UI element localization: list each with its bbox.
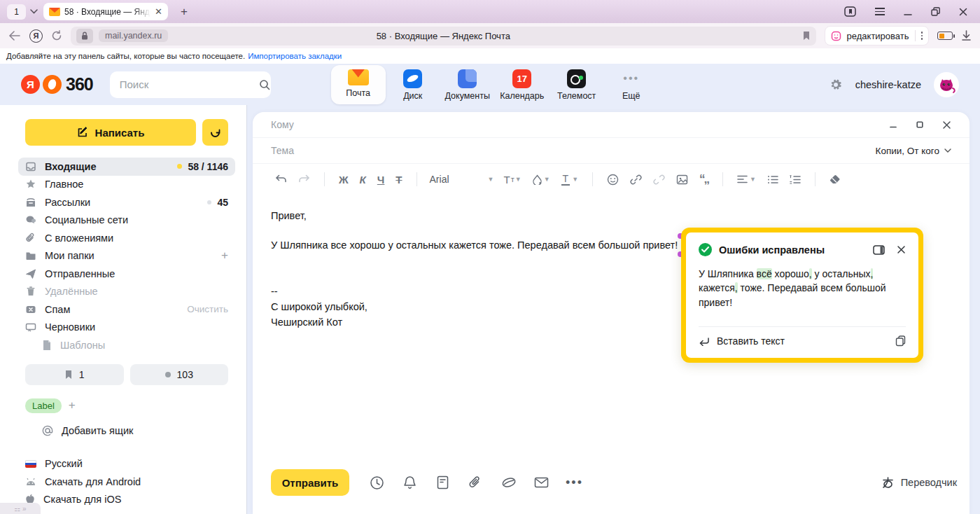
- notes-icon[interactable]: [426, 475, 459, 489]
- dock-item-telemost[interactable]: Телемост: [550, 65, 604, 104]
- light-version-link[interactable]: Лёгкая версия: [25, 508, 228, 514]
- window-close-icon[interactable]: [959, 8, 967, 16]
- compose-close-icon[interactable]: [942, 120, 951, 130]
- bullet-list-icon[interactable]: [762, 175, 784, 184]
- notify-bell-icon[interactable]: [393, 475, 426, 490]
- compose-button[interactable]: Написать: [25, 119, 196, 146]
- download-android-link[interactable]: Скачать для Android: [25, 473, 228, 491]
- insert-text-button[interactable]: Вставить текст: [699, 326, 906, 355]
- undo-icon[interactable]: [270, 174, 293, 184]
- translator-button[interactable]: Переводчик: [881, 476, 957, 489]
- yandex360-logo[interactable]: Я 360: [21, 74, 93, 95]
- refresh-mail-button[interactable]: [202, 119, 228, 146]
- sidebar-item-sent[interactable]: Отправленные: [18, 265, 235, 283]
- sidebar-item-attachments[interactable]: С вложениями: [18, 229, 235, 247]
- dock-item-more[interactable]: ••• Ещё: [604, 65, 659, 104]
- sidebar-item-templates[interactable]: Шаблоны: [18, 336, 235, 354]
- emoji-icon[interactable]: [601, 174, 624, 186]
- highlight-color-icon[interactable]: ▼: [527, 174, 556, 185]
- add-folder-icon[interactable]: +: [221, 249, 228, 263]
- bold-icon[interactable]: Ж: [333, 174, 354, 186]
- sidebar-item-priority[interactable]: Главное: [18, 176, 235, 194]
- search-box[interactable]: [110, 71, 271, 98]
- insert-image-icon[interactable]: [671, 174, 694, 185]
- to-field[interactable]: Кому: [271, 119, 294, 130]
- search-icon[interactable]: [259, 79, 270, 90]
- edit-bookmarks-button[interactable]: редактировать: [825, 26, 929, 46]
- window-restore-icon[interactable]: [931, 7, 940, 16]
- back-icon[interactable]: [8, 31, 21, 41]
- new-tab-button[interactable]: +: [176, 4, 192, 20]
- sidebar-item-inbox[interactable]: Входящие 58 / 1146: [18, 158, 235, 176]
- add-mailbox-button[interactable]: Добавить ящик: [25, 425, 228, 436]
- numbered-list-icon[interactable]: [784, 175, 806, 184]
- subject-field[interactable]: Тема: [271, 145, 294, 156]
- label-tag[interactable]: Label: [25, 398, 62, 413]
- attach-from-disk-icon[interactable]: [492, 476, 525, 489]
- dock-item-mail[interactable]: Почта: [331, 65, 386, 104]
- more-actions-icon[interactable]: •••: [558, 475, 591, 490]
- italic-icon[interactable]: К: [354, 174, 372, 186]
- to-field-row[interactable]: Кому: [253, 112, 969, 138]
- copy-icon[interactable]: [895, 335, 906, 347]
- avatar[interactable]: [934, 72, 959, 97]
- download-icon[interactable]: [961, 30, 972, 41]
- sidebar-item-deleted[interactable]: Удалённые: [18, 283, 235, 301]
- eraser-icon[interactable]: [824, 174, 846, 184]
- redo-icon[interactable]: [293, 174, 316, 184]
- settings-gear-icon[interactable]: [829, 78, 843, 92]
- clear-spam-action[interactable]: Очистить: [187, 304, 228, 314]
- font-family-select[interactable]: Arial ▼: [426, 174, 498, 185]
- text-color-icon[interactable]: Т▼: [556, 173, 584, 186]
- more-options-icon[interactable]: [921, 32, 923, 40]
- sidebar-item-drafts[interactable]: Черновики: [18, 319, 235, 337]
- send-button[interactable]: Отправить: [271, 469, 349, 496]
- quote-icon[interactable]: “„: [694, 172, 714, 186]
- dock-item-disk[interactable]: Диск: [386, 65, 440, 104]
- dock-item-calendar[interactable]: 17 Календарь: [495, 65, 550, 104]
- search-input[interactable]: [120, 78, 259, 90]
- popup-close-icon[interactable]: [897, 245, 906, 254]
- strikethrough-icon[interactable]: Т: [390, 174, 407, 186]
- browser-tab[interactable]: 58 · Входящие — Янде ✕: [43, 3, 168, 20]
- language-selector[interactable]: Русский: [25, 455, 228, 473]
- refresh-icon[interactable]: [51, 30, 62, 41]
- tab-counter[interactable]: 1: [7, 4, 26, 20]
- sidebar-item-social[interactable]: Социальные сети: [18, 211, 235, 230]
- attach-from-mail-icon[interactable]: [525, 477, 558, 488]
- bookmarked-filter-pill[interactable]: 1: [25, 364, 124, 385]
- yandex360-header: Я 360 Почта Диск Документы 17 Календарь …: [0, 64, 980, 105]
- sidebar-item-newsletters[interactable]: Рассылки 45: [18, 193, 235, 211]
- subject-field-row[interactable]: Тема Копии, От кого: [253, 138, 969, 164]
- window-minimize-icon[interactable]: [904, 8, 912, 16]
- popup-panel-icon[interactable]: [873, 245, 885, 255]
- add-label-icon[interactable]: +: [69, 398, 76, 412]
- browser-corner-widget[interactable]: ⚏ »: [0, 503, 41, 514]
- link-icon[interactable]: [624, 174, 648, 186]
- align-icon[interactable]: ▼: [732, 175, 762, 183]
- unread-filter-pill[interactable]: 103: [130, 364, 229, 385]
- cc-from-toggle[interactable]: Копии, От кого: [876, 146, 951, 156]
- tab-list-chevron-icon[interactable]: [30, 9, 38, 14]
- sidebar-item-my-folders[interactable]: Мои папки +: [18, 247, 235, 265]
- yandex-browser-icon[interactable]: Я: [29, 29, 43, 43]
- user-name[interactable]: cheshire-katze: [855, 79, 921, 90]
- bookmark-flag-icon[interactable]: [802, 31, 811, 41]
- browser-menu-icon[interactable]: [875, 8, 885, 15]
- sidebar-item-spam[interactable]: Спам Очистить: [18, 300, 235, 319]
- lock-icon[interactable]: [76, 29, 93, 43]
- unlink-icon[interactable]: [648, 174, 671, 186]
- font-size-icon[interactable]: Tт▼: [498, 174, 527, 186]
- address-bar[interactable]: mail.yandex.ru 58 · Входящие — Яндекс По…: [71, 27, 816, 46]
- dock-item-documents[interactable]: Документы: [440, 65, 495, 104]
- attach-file-icon[interactable]: [459, 475, 492, 489]
- battery-icon[interactable]: [937, 32, 953, 40]
- tab-close-icon[interactable]: ✕: [155, 7, 162, 16]
- compose-maximize-icon[interactable]: [916, 121, 923, 128]
- schedule-clock-icon[interactable]: [360, 475, 393, 490]
- import-bookmarks-link[interactable]: Импортировать закладки: [248, 52, 342, 60]
- download-ios-link[interactable]: Скачать для iOS: [25, 491, 228, 509]
- sidebar-panel-icon[interactable]: [844, 6, 856, 18]
- underline-icon[interactable]: Ч: [372, 174, 391, 186]
- compose-minimize-icon[interactable]: [889, 120, 897, 129]
